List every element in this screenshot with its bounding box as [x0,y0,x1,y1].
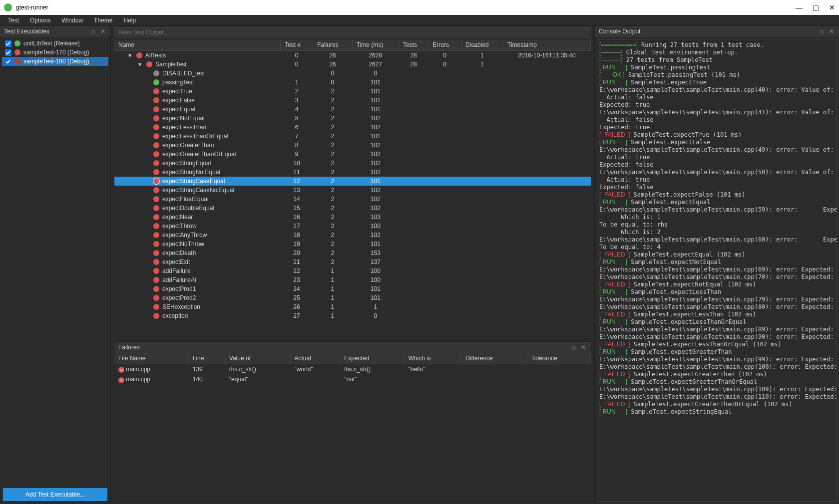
executable-checkbox[interactable] [5,58,11,65]
test-row[interactable]: expectLessThan62102 [114,123,591,132]
cell: 2016-10-16T11:35:40 [503,51,591,60]
failures-table-wrap[interactable]: File NameLineValue ofActualExpectedWhich… [114,353,591,501]
test-name: expectNear [162,214,193,221]
test-name: expectGreaterThan [162,142,214,149]
menu-theme[interactable]: Theme [89,16,117,25]
test-row[interactable]: expectFloatEqual142102 [114,195,591,204]
column-header[interactable]: Failures [313,39,352,51]
test-row[interactable]: expectStringCaseNotEqual132102 [114,186,591,195]
column-header[interactable]: Actual [290,353,340,364]
test-row[interactable]: DISABLED_test00 [114,69,591,78]
test-row[interactable]: ▾ AllTests026262828012016-10-16T11:35:40 [114,51,591,60]
test-row[interactable]: expectNear162103 [114,213,591,222]
executable-checkbox[interactable] [5,40,11,47]
cell: 101 [352,78,399,87]
column-header[interactable]: Name [114,39,281,51]
menu-options[interactable]: Options [25,16,55,25]
test-row[interactable]: expectStringCaseEqual122101 [114,177,591,186]
close-panel-icon[interactable]: ✕ [828,28,835,35]
column-header[interactable]: Value of [225,353,290,364]
status-dot-icon [153,205,159,211]
test-row[interactable]: expectDoubleEqual152102 [114,204,591,213]
column-header[interactable]: Time (ms) [352,39,399,51]
test-row[interactable]: expectEqual42101 [114,105,591,114]
maximize-icon[interactable]: ▢ [813,3,819,11]
test-row[interactable]: expectLessThanOrEqual72101 [114,132,591,141]
column-header[interactable]: Tests [399,39,428,51]
cell [399,96,428,105]
column-header[interactable]: Expected [340,353,404,364]
test-row[interactable]: expectPred1241101 [114,284,591,293]
column-header[interactable]: Errors [428,39,461,51]
restore-icon[interactable]: ◇ [818,28,825,35]
test-row[interactable]: expectNoThrow192101 [114,240,591,249]
cell: 2 [313,141,352,150]
column-header[interactable]: Test # [281,39,313,51]
error-icon: ⦸ [118,377,124,383]
test-row[interactable]: expectThrow172100 [114,222,591,231]
cell: 2628 [352,51,399,60]
cell: 100 [352,266,399,275]
cell: "hello" [404,364,461,374]
executable-row[interactable]: sampleTest-180 (Debug) [2,57,108,66]
restore-icon[interactable]: ◇ [89,28,96,35]
test-row[interactable]: expectGreaterThanOrEqual92102 [114,150,591,159]
menu-window[interactable]: Window [56,16,88,25]
cell [503,141,591,150]
minimize-icon[interactable]: — [796,3,803,11]
test-row[interactable]: expectDeath202153 [114,249,591,257]
column-header[interactable]: File Name [114,353,188,364]
cell [428,186,461,195]
test-row[interactable]: passingTest10101 [114,78,591,87]
console-line: Actual: true [599,154,835,161]
test-table-wrap[interactable]: NameTest #FailuresTime (ms)TestsErrorsDi… [114,39,591,339]
executable-row[interactable]: sampleTest-170 (Debug) [2,48,108,57]
column-header[interactable]: Line [188,353,225,364]
filter-input[interactable] [114,27,591,37]
column-header[interactable]: Timestamp [503,39,591,51]
test-row[interactable]: exception2710 [114,311,591,320]
test-row[interactable]: expectNotEqual52102 [114,114,591,123]
test-name: expectDoubleEqual [162,205,214,212]
cell: 103 [352,213,399,222]
column-header[interactable]: Which is [404,353,461,364]
close-panel-icon[interactable]: ✕ [580,344,587,351]
status-dot-icon [153,259,159,265]
column-header[interactable]: Difference [461,353,527,364]
test-row[interactable]: expectFalse32101 [114,96,591,105]
column-header[interactable]: Disabled [461,39,503,51]
close-icon[interactable]: ✕ [829,3,835,11]
menu-test[interactable]: Test [3,16,24,25]
chevron-down-icon[interactable]: ▾ [128,52,133,59]
executable-row[interactable]: unitLibTest (Release) [2,39,108,48]
failure-row[interactable]: ⦸ main.cpp 139 rhs.c_str() "world" lhs.c… [114,364,591,374]
chevron-down-icon[interactable]: ▾ [138,61,143,68]
test-row[interactable]: expectPred2251101 [114,293,591,302]
test-row[interactable]: expectGreaterThan82102 [114,141,591,150]
test-row[interactable]: expectTrue22101 [114,87,591,96]
console-line: E:\workspace\sampleTest\sampleTest\main.… [599,326,835,333]
cell: 2 [313,222,352,231]
test-row[interactable]: addFailure221100 [114,266,591,275]
failure-row[interactable]: ⦸ main.cpp 140 "equal" "not" [114,374,591,385]
cell: 0 [281,60,313,69]
column-header[interactable]: Tolerance [527,353,590,364]
cell: 139 [188,364,225,374]
console-body[interactable]: [==========] Running 27 tests from 1 tes… [597,39,837,502]
test-row[interactable]: expectAnyThrow182102 [114,231,591,240]
test-row[interactable]: addFailureAt231100 [114,275,591,284]
cell [428,141,461,150]
menu-help[interactable]: Help [118,16,141,25]
cell: 25 [281,293,313,302]
console-line: E:\workspace\sampleTest\sampleTest\main.… [599,206,835,214]
restore-icon[interactable]: ◇ [570,344,577,351]
test-row[interactable]: SEHexception2611 [114,302,591,311]
console-line: [ RUN ] SampleTest.expectNotEqual [599,258,835,266]
close-panel-icon[interactable]: ✕ [99,28,106,35]
test-row[interactable]: expectStringEqual102102 [114,159,591,168]
test-row[interactable]: expectStringNotEqual112102 [114,168,591,177]
add-test-executable-button[interactable]: Add Test Executable... [3,488,107,501]
test-row[interactable]: expectExit212137 [114,257,591,266]
executable-checkbox[interactable] [5,49,11,56]
test-row[interactable]: ▾ SampleTest02626272801 [114,60,591,69]
